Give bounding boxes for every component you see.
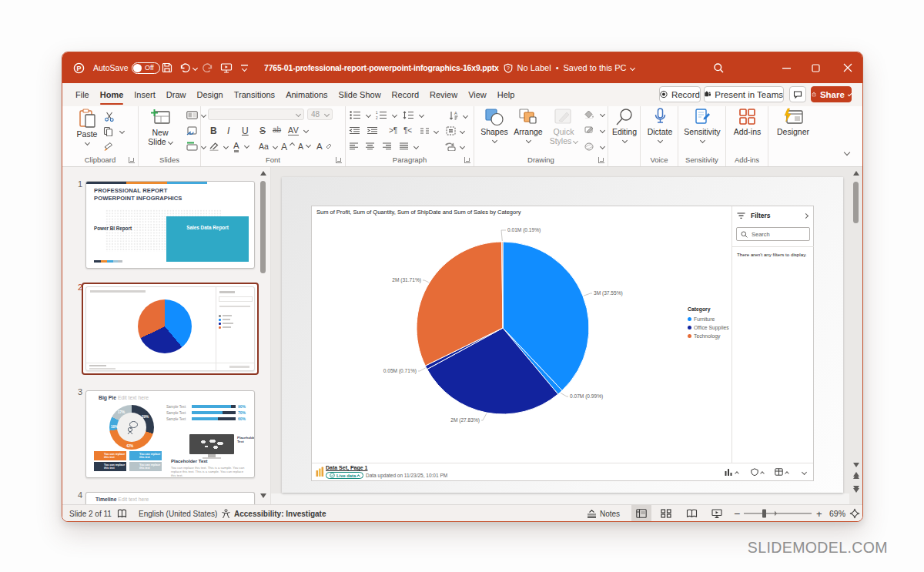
redo-button[interactable] (202, 52, 213, 83)
label-badge[interactable]: No Label (517, 63, 551, 72)
record-button[interactable]: Record (659, 86, 701, 102)
numbering-button[interactable]: 12 (376, 111, 397, 119)
slide-thumbnail-3[interactable]: Big Pie Edit text here 17% 29% 10% 42% S… (85, 390, 255, 478)
legend-item-furniture[interactable]: Furniture (688, 315, 729, 323)
dictate-button[interactable]: Dictate (644, 108, 675, 142)
tab-transitions[interactable]: Transitions (229, 83, 280, 106)
reading-view-button[interactable] (681, 505, 701, 522)
accessibility-status[interactable]: Accessibility: Investigate (234, 505, 326, 522)
change-case-button[interactable]: Aa (259, 142, 277, 151)
shapes-button[interactable]: Shapes (479, 108, 510, 142)
strikethrough-button[interactable]: S (259, 125, 266, 136)
italic-button[interactable]: I (227, 125, 229, 136)
save-button[interactable] (162, 52, 172, 83)
tab-design[interactable]: Design (191, 83, 228, 106)
decrease-indent-button[interactable] (349, 126, 360, 135)
font-size-combo[interactable]: 48 (307, 109, 333, 120)
pie-chart[interactable]: 3M (37.55%)0.07M (0.99%)2M (27.83%)0.05M… (312, 206, 732, 463)
tab-home[interactable]: Home (95, 83, 129, 106)
bold-button[interactable]: B (210, 125, 217, 136)
notes-button[interactable]: Notes (587, 505, 620, 522)
sort-text-button[interactable]: A (448, 111, 467, 120)
search-icon[interactable] (713, 52, 725, 83)
font-name-combo[interactable] (208, 109, 304, 120)
new-slide-button[interactable]: New Slide (144, 109, 176, 146)
fit-slide-button[interactable] (849, 505, 860, 522)
tab-review[interactable]: Review (424, 83, 463, 106)
tab-insert[interactable]: Insert (129, 83, 161, 106)
previous-slide-button[interactable] (853, 472, 859, 479)
next-slide-button[interactable] (853, 486, 859, 493)
align-left-button[interactable] (349, 142, 359, 151)
comments-button[interactable] (789, 86, 806, 102)
accessibility-icon[interactable] (221, 505, 231, 522)
thumbnail-scrollbar-thumb[interactable] (260, 181, 266, 273)
paragraph-dialog-launcher[interactable] (464, 157, 470, 163)
slide-canvas[interactable]: Sum of Profit, Sum of Quantity, Sum of S… (282, 177, 843, 493)
tab-record[interactable]: Record (387, 83, 424, 106)
convert-to-smartart-button[interactable] (444, 142, 464, 151)
slide-indicator[interactable]: Slide 2 of 11 (69, 505, 112, 522)
legend-item-technology[interactable]: Technology (688, 332, 729, 340)
format-painter-button[interactable] (103, 142, 114, 152)
rtl-direction-button[interactable]: ¶< (403, 126, 412, 135)
thumbnail-scroll-up-icon[interactable] (260, 171, 266, 176)
editor-scrollbar-thumb[interactable] (853, 182, 859, 223)
align-right-button[interactable] (382, 142, 392, 151)
zoom-out-button[interactable]: − (734, 505, 740, 522)
slide-thumbnail-1[interactable]: PROFESSIONAL REPORTPOWERPOINT INFOGRAPHI… (85, 181, 255, 269)
horizontal-scrollbar-track[interactable] (271, 493, 849, 504)
ltr-direction-button[interactable]: >¶ (389, 126, 397, 135)
increase-indent-button[interactable] (367, 126, 378, 135)
shape-effects-button[interactable] (584, 142, 604, 151)
tab-animations[interactable]: Animations (280, 83, 333, 106)
zoom-level[interactable]: 69% (829, 505, 845, 522)
collapse-ribbon-icon[interactable] (845, 150, 849, 155)
slide-thumbnail-4[interactable]: Timeline Edit text here (85, 492, 255, 505)
save-location-dropdown-icon[interactable] (630, 65, 635, 70)
shape-fill-button[interactable] (584, 110, 604, 119)
start-slideshow-button[interactable] (220, 52, 233, 83)
zoom-in-button[interactable]: + (816, 505, 822, 522)
clear-formatting-button[interactable]: A (316, 142, 332, 151)
minimize-button[interactable] (773, 52, 799, 83)
footer-visuals-icon[interactable] (725, 468, 738, 476)
slide-thumbnail-2[interactable] (85, 286, 255, 371)
addins-button[interactable]: Add-ins (730, 108, 765, 136)
footer-filter-icon[interactable] (751, 468, 764, 476)
quick-access-toolbar-menu-icon[interactable] (241, 52, 248, 83)
tab-view[interactable]: View (463, 83, 492, 106)
font-color-button[interactable]: A (233, 141, 249, 150)
language-indicator[interactable]: English (United States) (139, 505, 217, 522)
underline-button[interactable]: U (242, 125, 249, 136)
save-location[interactable]: Saved to this PC (564, 63, 627, 72)
spellcheck-icon[interactable] (117, 505, 127, 522)
line-spacing-button[interactable] (403, 111, 424, 119)
editing-button[interactable]: Editing (610, 108, 639, 142)
thumbnail-scroll-down-icon[interactable] (260, 493, 266, 498)
editor-scroll-down-icon[interactable] (853, 463, 859, 467)
align-text-button[interactable] (446, 126, 464, 135)
undo-dropdown-icon[interactable] (192, 65, 198, 70)
tab-file[interactable]: File (70, 83, 95, 106)
justify-button[interactable] (399, 142, 418, 151)
arrange-button[interactable]: Arrange (511, 108, 545, 142)
present-in-teams-button[interactable]: Present in Teams (704, 86, 784, 102)
tab-draw[interactable]: Draw (161, 83, 192, 106)
strikethrough-ab-button[interactable]: ab (273, 125, 281, 134)
reset-slide-button[interactable] (186, 126, 197, 135)
paste-button[interactable]: Paste (73, 109, 101, 145)
columns-button[interactable] (420, 128, 438, 135)
slide-sorter-view-button[interactable] (656, 505, 676, 522)
tab-help[interactable]: Help (492, 83, 521, 106)
align-center-button[interactable] (365, 142, 375, 151)
undo-button[interactable] (179, 52, 197, 83)
dataset-page-link[interactable]: Data Set, Page 1 (326, 465, 367, 470)
editor-scroll-up-icon[interactable] (853, 171, 859, 176)
thumbnail-scrollbar[interactable] (258, 167, 268, 504)
text-highlight-button[interactable] (209, 142, 228, 151)
legend-item-office-supplies[interactable]: Office Supplies (688, 323, 729, 332)
designer-button[interactable]: Designer (774, 108, 812, 136)
increase-font-size-button[interactable]: A (281, 142, 294, 152)
normal-view-button[interactable] (631, 505, 651, 522)
